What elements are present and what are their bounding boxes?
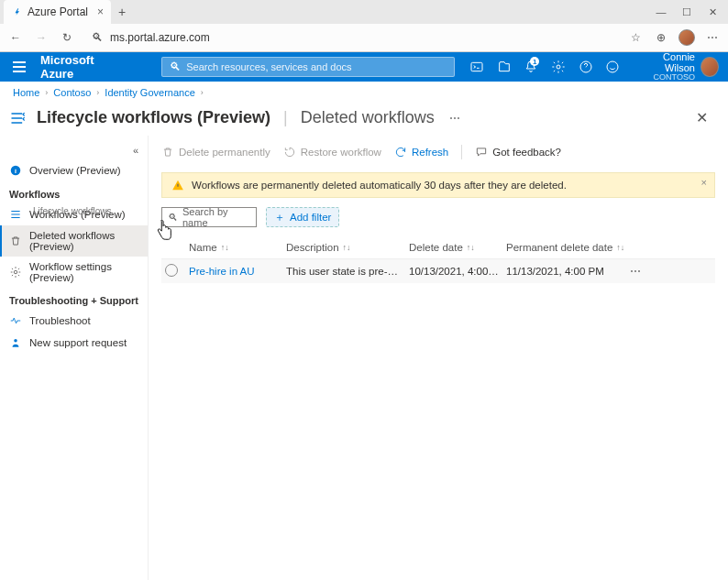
workflows-icon: [9, 109, 28, 127]
global-search[interactable]: 🔍︎: [161, 57, 455, 77]
sidebar-item-deleted-workflows[interactable]: Deleted workflows (Preview): [0, 225, 148, 257]
global-search-input[interactable]: [186, 61, 447, 72]
sidebar-item-workflow-settings[interactable]: Workflow settings (Preview): [0, 257, 148, 288]
refresh-icon: [394, 146, 407, 159]
breadcrumb-home[interactable]: Home: [13, 87, 39, 98]
sidebar-item-overview[interactable]: Overview (Preview): [0, 159, 148, 181]
page-title: Lifecycle workflows (Preview): [37, 108, 270, 127]
refresh-button[interactable]: Refresh: [394, 146, 448, 159]
browser-right-icons: ☆ ⊕ ⋯: [627, 29, 721, 46]
search-input[interactable]: 🔍︎ Search by name: [161, 207, 257, 227]
page-subtitle: Deleted workflows: [301, 108, 435, 127]
list-icon: [9, 208, 22, 221]
notifications-icon[interactable]: 1: [520, 55, 542, 79]
restore-icon: [283, 146, 296, 159]
warning-icon: [171, 179, 184, 192]
blade-close-icon[interactable]: ✕: [689, 105, 715, 130]
azure-top-bar: Microsoft Azure 🔍︎ 1 Connie Wilson CONTO…: [0, 52, 728, 82]
back-button[interactable]: ←: [7, 29, 24, 46]
window-controls: — ☐ ✕: [649, 2, 728, 22]
banner-close-icon[interactable]: ×: [701, 177, 707, 188]
workflows-table: Name↑↓ Description↑↓ Delete date↑↓ Perma…: [161, 236, 715, 283]
row-delete-date: 10/13/2021, 4:00 PM: [409, 266, 506, 277]
window-minimize-icon[interactable]: —: [649, 2, 673, 22]
sidebar-item-label: Overview (Preview): [29, 165, 121, 176]
row-more-icon[interactable]: ⋯: [625, 265, 653, 278]
svg-rect-0: [471, 62, 482, 71]
trash-icon: [9, 235, 22, 247]
table-row[interactable]: Pre-hire in AU This user state is pre-hi…: [161, 258, 715, 283]
row-checkbox[interactable]: [165, 264, 178, 277]
browser-tab[interactable]: Azure Portal ×: [4, 0, 111, 24]
button-label: Add filter: [290, 212, 331, 223]
button-label: Got feedback?: [492, 147, 561, 158]
page-more-icon[interactable]: ⋯: [444, 112, 466, 125]
gear-icon: [9, 266, 22, 279]
feedback-icon: [475, 146, 488, 159]
collections-icon[interactable]: ⊕: [653, 29, 669, 46]
brand-title[interactable]: Microsoft Azure: [40, 53, 123, 81]
address-bar[interactable]: 🔍︎ ms.portal.azure.com: [84, 31, 618, 44]
sort-icon: ↑↓: [467, 243, 475, 252]
sidebar-item-support-request[interactable]: New support request: [0, 332, 148, 354]
sidebar-section-workflows: Workflows: [0, 181, 148, 203]
row-name-link[interactable]: Pre-hire in AU: [189, 266, 286, 277]
breadcrumb: Home › Contoso › Identity Governance ›: [0, 82, 728, 104]
search-icon: 🔍︎: [168, 212, 178, 223]
chevron-right-icon: ›: [45, 88, 48, 97]
title-divider: |: [283, 108, 288, 127]
breadcrumb-identity[interactable]: Identity Governance: [105, 87, 194, 98]
sort-icon: ↑↓: [616, 243, 624, 252]
cloud-shell-icon[interactable]: [466, 55, 488, 79]
chevron-right-icon: ›: [96, 88, 99, 97]
user-menu[interactable]: Connie Wilson CONTOSO: [629, 51, 719, 82]
window-close-icon[interactable]: ✕: [700, 2, 724, 22]
warning-banner: Workflows are permanently deleted automa…: [161, 172, 715, 198]
button-label: Refresh: [412, 147, 448, 158]
url-text: ms.portal.azure.com: [110, 31, 210, 44]
add-filter-button[interactable]: ＋ Add filter: [266, 207, 339, 227]
sidebar-item-label: Troubleshoot: [29, 315, 91, 326]
column-header-perm-delete[interactable]: Permanent delete date↑↓: [506, 242, 625, 253]
delete-permanently-button: Delete permanently: [161, 146, 270, 159]
tab-close-icon[interactable]: ×: [97, 5, 104, 18]
banner-text: Workflows are permanently deleted automa…: [192, 180, 567, 191]
sidebar-item-label: New support request: [29, 337, 127, 348]
azure-logo-icon: [13, 7, 22, 16]
favorite-icon[interactable]: ☆: [627, 29, 644, 46]
breadcrumb-contoso[interactable]: Contoso: [53, 87, 91, 98]
reload-button[interactable]: ↻: [59, 29, 75, 46]
search-icon: 🔍︎: [170, 60, 181, 73]
feedback-button[interactable]: Got feedback?: [475, 146, 561, 159]
directories-icon[interactable]: [493, 55, 515, 79]
column-header-delete-date[interactable]: Delete date↑↓: [409, 242, 506, 253]
help-icon[interactable]: [575, 55, 597, 79]
svg-point-6: [14, 339, 17, 343]
button-label: Delete permanently: [179, 147, 270, 158]
profile-avatar-icon[interactable]: [678, 29, 695, 46]
column-header-name[interactable]: Name↑↓: [189, 242, 286, 253]
sort-icon: ↑↓: [343, 243, 351, 252]
sidebar-item-troubleshoot[interactable]: Troubleshoot: [0, 310, 148, 332]
new-tab-button[interactable]: +: [111, 5, 133, 19]
page-header: Lifecycle workflows (Preview) | Deleted …: [0, 104, 728, 136]
window-maximize-icon[interactable]: ☐: [675, 2, 699, 22]
sort-icon: ↑↓: [221, 243, 229, 252]
user-name: Connie Wilson: [636, 51, 695, 73]
sidebar-collapse-icon[interactable]: «: [124, 141, 148, 159]
browser-more-icon[interactable]: ⋯: [704, 29, 721, 46]
user-tenant: CONTOSO: [636, 73, 695, 82]
restore-workflow-button: Restore workflow: [283, 146, 381, 159]
feedback-icon[interactable]: [601, 55, 623, 79]
svg-point-5: [14, 270, 17, 274]
page-subtext: Lifecycle workflows: [33, 206, 112, 216]
settings-icon[interactable]: [547, 55, 569, 79]
search-icon: 🔍︎: [92, 31, 103, 44]
table-header-row: Name↑↓ Description↑↓ Delete date↑↓ Perma…: [161, 236, 715, 258]
heartbeat-icon: [9, 314, 22, 327]
search-placeholder: Search by name: [182, 206, 250, 228]
chevron-right-icon: ›: [201, 88, 204, 97]
menu-button[interactable]: [9, 58, 29, 76]
column-header-description[interactable]: Description↑↓: [286, 242, 409, 253]
browser-nav-row: ← → ↻ 🔍︎ ms.portal.azure.com ☆ ⊕ ⋯: [0, 24, 728, 51]
